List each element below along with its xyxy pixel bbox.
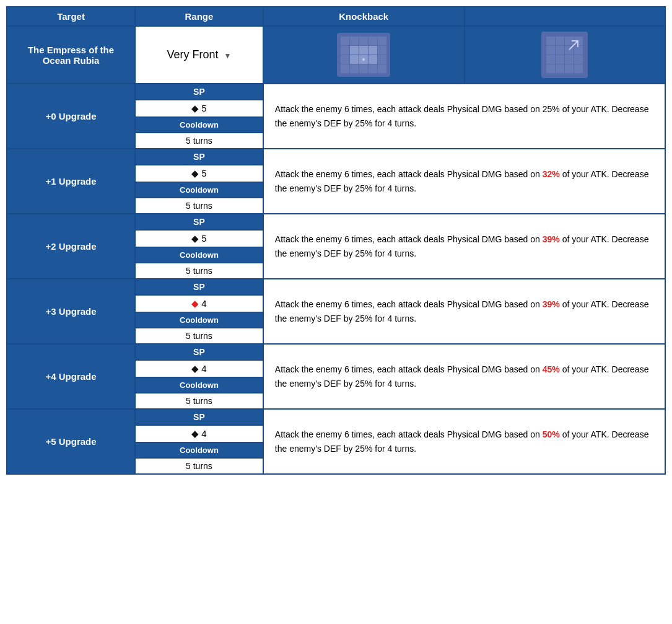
svg-rect-34 [574,55,583,64]
sp-value-5: ◆ 4 [135,425,263,442]
entity-name: The Empress of theOcean Rubia [28,45,114,66]
svg-rect-11 [341,55,349,64]
svg-rect-19 [369,64,377,73]
svg-rect-2 [350,37,359,45]
svg-rect-10 [378,46,386,55]
cooldown-value-4: 5 turns [135,393,263,409]
svg-rect-14 [369,55,377,64]
svg-rect-30 [574,46,583,55]
cooldown-value-3: 5 turns [135,328,263,344]
sp-value-0: ◆ 5 [135,100,263,117]
range-icon-cell [263,26,465,84]
cooldown-header-2: Cooldown [135,247,263,263]
sp-header-5: SP [135,409,263,425]
svg-rect-20 [378,64,386,73]
skill-effect-text-1: Attack the enemy 6 times, each attack de… [263,149,665,214]
skill-effect-text-3: Attack the enemy 6 times, each attack de… [263,279,665,344]
upgrade-label-5: +5 Upgrade [7,409,135,474]
sp-header-0: SP [135,84,263,100]
cooldown-value-0: 5 turns [135,133,263,149]
svg-rect-15 [378,55,386,64]
svg-rect-35 [546,64,555,73]
upgrade-label-0: +0 Upgrade [7,84,135,149]
sp-value-2: ◆ 5 [135,230,263,247]
upgrade-label-4: +4 Upgrade [7,344,135,409]
svg-rect-16 [341,64,349,73]
cooldown-header-4: Cooldown [135,377,263,393]
skill-table: Target Range Knockback The Empress of th… [6,6,666,475]
svg-rect-28 [556,46,564,55]
skill-effect-text-0: Attack the enemy 6 times, each attack de… [263,84,665,149]
target-cell[interactable]: Very Front ▼ [135,26,263,84]
svg-rect-38 [574,64,583,73]
knockback-icon-cell [465,26,665,84]
svg-rect-27 [546,46,555,55]
cooldown-header-3: Cooldown [135,312,263,328]
sp-header-3: SP [135,279,263,295]
skill-effect-text-2: Attack the enemy 6 times, each attack de… [263,214,665,279]
svg-rect-23 [546,37,555,45]
sp-value-1: ◆ 5 [135,165,263,182]
svg-rect-4 [369,37,377,45]
sp-value-3: ◆ 4 [135,295,263,312]
entity-name-cell: The Empress of theOcean Rubia [7,26,135,84]
svg-rect-32 [556,55,564,64]
cooldown-value-5: 5 turns [135,458,263,474]
svg-rect-17 [350,64,359,73]
svg-rect-31 [546,55,555,64]
skill-effect-text-4: Attack the enemy 6 times, each attack de… [263,344,665,409]
cooldown-header-1: Cooldown [135,182,263,198]
svg-rect-9 [369,46,377,55]
cooldown-header-5: Cooldown [135,442,263,458]
knockback-column-header: Knockback [263,7,465,26]
svg-rect-5 [378,37,386,45]
skill-effect-text-5: Attack the enemy 6 times, each attack de… [263,409,665,474]
upgrade-label-3: +3 Upgrade [7,279,135,344]
target-column-header: Target [7,7,135,26]
upgrade-label-1: +1 Upgrade [7,149,135,214]
cooldown-value-2: 5 turns [135,263,263,279]
svg-rect-7 [350,46,359,55]
svg-rect-37 [565,64,574,73]
svg-rect-6 [341,46,349,55]
sp-header-4: SP [135,344,263,360]
upgrade-label-2: +2 Upgrade [7,214,135,279]
sp-header-1: SP [135,149,263,165]
svg-rect-1 [341,37,349,45]
svg-rect-8 [359,46,368,55]
svg-rect-3 [359,37,368,45]
dropdown-arrow[interactable]: ▼ [224,51,232,60]
sp-value-4: ◆ 4 [135,360,263,377]
svg-rect-12 [350,55,359,64]
svg-point-21 [362,58,365,61]
target-value: Very Front [167,48,218,61]
sp-header-2: SP [135,214,263,230]
svg-rect-36 [556,64,564,73]
svg-rect-18 [359,64,368,73]
cooldown-value-1: 5 turns [135,198,263,214]
cooldown-header-0: Cooldown [135,117,263,133]
range-column-header: Range [135,7,263,26]
svg-rect-33 [565,55,574,64]
svg-rect-24 [556,37,564,45]
